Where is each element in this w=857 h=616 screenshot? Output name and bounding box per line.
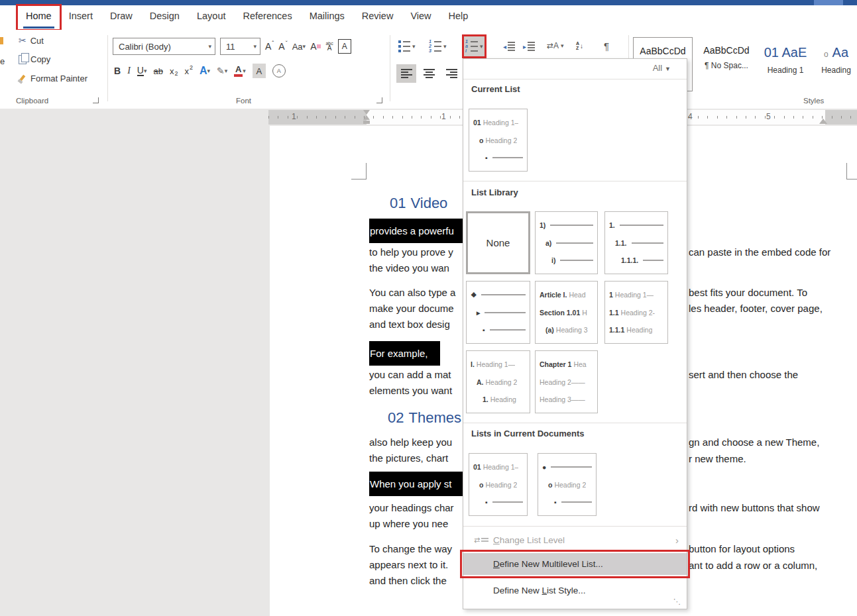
list-style-preview[interactable]: I.Heading 1—A.Heading 21.Heading (466, 350, 530, 413)
show-hide-marks-button[interactable]: ¶ (602, 36, 611, 56)
document-text-line: gn and choose a new Theme, (689, 436, 819, 448)
list-style-preview[interactable]: 1.1.1.1.1.1. (604, 211, 668, 274)
ruler-number: 1 (441, 112, 446, 121)
text-highlight-color-button[interactable]: ✎▾ (217, 66, 227, 76)
tab-layout[interactable]: Layout (188, 5, 235, 30)
chevron-down-icon: ▾ (412, 43, 416, 50)
word-window: HomeInsertDrawDesignLayoutReferencesMail… (0, 0, 857, 616)
text-direction-icon: ⇄A (547, 41, 559, 50)
list-style-preview[interactable]: ❖▸▪ (466, 281, 530, 344)
chevron-down-icon: ▾ (207, 68, 211, 74)
font-size-combo[interactable]: 11▾ (220, 38, 260, 55)
shrink-font-button[interactable]: Aˇ (278, 41, 287, 52)
text-effects-button[interactable]: A▾ (200, 65, 210, 77)
tab-review[interactable]: Review (353, 5, 402, 30)
document-text-line: You can also type a (369, 286, 455, 299)
superscript-button[interactable]: x2 (184, 66, 193, 76)
brush-icon (17, 74, 27, 83)
eraser-icon (317, 44, 321, 48)
paste-button-partial[interactable] (0, 37, 3, 44)
section-title-list-library: List Library (471, 187, 518, 197)
document-text-line: elements you want (369, 384, 452, 397)
tab-mailings[interactable]: Mailings (301, 5, 353, 30)
clipboard-dialog-launcher-icon[interactable] (93, 97, 99, 103)
enclose-characters-button[interactable]: A (272, 64, 286, 77)
list-style-preview[interactable]: ●oHeading 2▪ (538, 453, 597, 516)
tab-view[interactable]: View (402, 5, 439, 30)
document-text-line: the pictures, chart (369, 452, 448, 464)
tab-help[interactable]: Help (440, 5, 477, 30)
document-text-line: to help you prove y (369, 246, 453, 258)
font-color-button[interactable]: A▾ (234, 65, 246, 77)
margin-corner-mark (846, 163, 857, 180)
list-style-preview[interactable]: 01Heading 1–oHeading 2▪ (469, 453, 528, 516)
document-text-line: ant to add a row or a column, (689, 559, 817, 572)
style-item-heading1[interactable]: 01 AaE Heading 1 (756, 37, 815, 90)
highlighter-icon: ✎ (217, 66, 225, 76)
group-separator (390, 35, 390, 101)
document-heading-2: 02Themes (388, 409, 461, 427)
align-center-button[interactable] (419, 64, 439, 83)
multilevel-list-button[interactable]: 1 a i ▾ (463, 36, 485, 57)
resize-grip[interactable]: ⋱ (673, 597, 681, 606)
subscript-button[interactable]: x2 (170, 66, 178, 76)
separator (463, 423, 687, 423)
character-shading-button[interactable]: A (253, 64, 266, 78)
bullets-button[interactable]: ▾ (396, 36, 418, 56)
list-style-preview[interactable]: 01Heading 1–oHeading 2▪ (469, 109, 528, 172)
list-style-preview[interactable]: 1)a)i) (535, 211, 598, 274)
tab-draw[interactable]: Draw (101, 5, 141, 30)
decrease-indent-button[interactable]: ◂ (501, 36, 517, 56)
menu-define-new-multilevel-list[interactable]: Define New Multilevel List... (463, 553, 687, 575)
format-painter-button[interactable]: Format Painter (17, 74, 87, 83)
menu-change-list-level[interactable]: ⇄ Change List Level › (463, 529, 687, 550)
cut-button[interactable]: ✂ Cut (19, 35, 44, 46)
separator (463, 526, 687, 527)
increase-indent-icon: ▸ (523, 42, 535, 51)
list-style-none[interactable]: None (466, 211, 530, 274)
document-text-line: and text box desig (369, 318, 450, 331)
menu-define-new-list-style[interactable]: Define New List Style... (463, 580, 687, 601)
bold-button[interactable]: B (114, 66, 121, 76)
text-direction-button[interactable]: ⇄A▾ (545, 36, 566, 56)
grow-font-button[interactable]: Aˆ (265, 41, 274, 52)
list-style-preview[interactable]: 1Heading 1—1.1Heading 2-1.1.1Heading (604, 281, 668, 344)
tab-home[interactable]: Home (17, 5, 60, 30)
numbering-button[interactable]: 1 2 3 ▾ (427, 36, 449, 56)
character-border-button[interactable]: A (338, 39, 351, 54)
tab-bar: HomeInsertDrawDesignLayoutReferencesMail… (17, 5, 477, 30)
document-text-line: your headings char (369, 501, 454, 514)
window-controls[interactable] (814, 0, 843, 5)
indent-markers[interactable] (363, 110, 370, 124)
tab-insert[interactable]: Insert (60, 5, 101, 30)
gallery-filter-button[interactable]: All▼ (653, 63, 671, 73)
list-style-preview[interactable]: Chapter 1HeaHeading 2——Heading 3—— (535, 350, 598, 413)
style-item-no-spacing[interactable]: AaBbCcDd ¶ No Spac... (697, 37, 756, 90)
font-name-combo[interactable]: Calibri (Body)▾ (113, 38, 215, 55)
document-text-line: can paste in the embed code for (689, 246, 830, 258)
highlighted-text: For example, (369, 341, 440, 366)
tab-references[interactable]: References (234, 5, 300, 30)
clear-formatting-button[interactable]: A (310, 41, 321, 52)
ribbon: e ✂ Cut Copy Format Painter Clipboard Ca… (0, 30, 857, 109)
chevron-down-icon: ▾ (443, 43, 447, 50)
section-title-current-list: Current List (471, 84, 520, 94)
sort-button[interactable]: AZ ↓ (574, 36, 585, 56)
chevron-down-icon: ▾ (225, 68, 228, 74)
underline-button[interactable]: U▾ (137, 66, 147, 76)
style-item-heading2[interactable]: oAa Heading (815, 37, 857, 90)
italic-button[interactable]: I (127, 66, 131, 76)
font-dialog-launcher-icon[interactable] (376, 97, 382, 103)
change-case-button[interactable]: Aa▾ (292, 42, 306, 52)
align-right-button[interactable] (441, 64, 461, 83)
highlighted-text: provides a powerfu (369, 219, 463, 243)
align-left-button[interactable] (396, 64, 416, 83)
list-style-preview[interactable]: Article I.HeadSection 1.01H(a)Heading 3 (535, 281, 598, 344)
increase-indent-button[interactable]: ▸ (521, 36, 537, 56)
strikethrough-button[interactable]: ab (153, 66, 162, 76)
right-indent-marker[interactable] (819, 119, 827, 124)
phonetic-guide-button[interactable]: abcA (325, 42, 333, 50)
document-text-line: you can add a mat (369, 368, 451, 381)
tab-design[interactable]: Design (141, 5, 188, 30)
copy-button[interactable]: Copy (19, 54, 50, 64)
